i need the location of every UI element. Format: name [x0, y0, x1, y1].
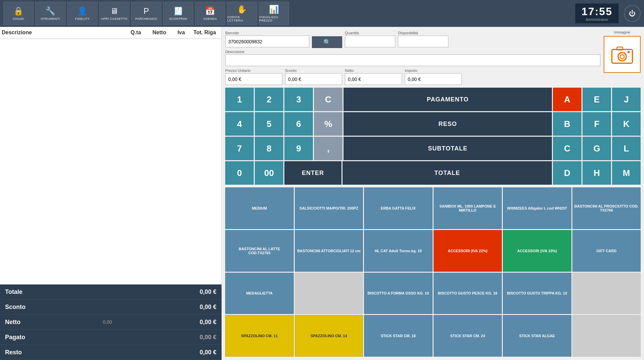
key-9[interactable]: 9	[284, 137, 313, 160]
product-btn-11[interactable]: GIFT CARD	[572, 230, 641, 272]
product-btn-9[interactable]: ACCESSORI (IVA 22%)	[434, 230, 502, 272]
product-btn-21[interactable]: STICK STAR CM. 24	[434, 315, 502, 357]
camera-icon	[610, 43, 634, 66]
toolbar-btn-chiudi[interactable]: 🔒CHIUDI	[3, 2, 34, 25]
key-pagamento[interactable]: PAGAMENTO	[344, 88, 552, 111]
qty-input[interactable]	[345, 36, 395, 47]
key-m[interactable]: M	[612, 161, 641, 185]
barcode-row1: Barcode 🔍 Quantità Disponibilità	[225, 30, 600, 48]
key-f[interactable]: F	[582, 112, 611, 136]
toolbar-btn-fidelity[interactable]: 👤FIDELITY	[67, 2, 97, 25]
key-a[interactable]: A	[553, 88, 581, 111]
toolbar-btn-codice-lotteria[interactable]: ✋CODICE LOTTERIA	[227, 2, 257, 25]
product-btn-6[interactable]: BASTONCINI AL LATTE COD.TX2765	[225, 230, 294, 272]
key-enter[interactable]: ENTER	[284, 161, 341, 185]
product-btn-16[interactable]: BISCOTTO GUSTO TRIPPA KG. 10	[503, 273, 571, 314]
strumenti-label: STRUMENTI	[41, 17, 60, 20]
col-totriga: Tot. Riga	[190, 30, 220, 36]
desc-label: Descrizione	[225, 50, 600, 54]
importo-label: Importo	[405, 69, 462, 73]
key-c2[interactable]: C	[553, 137, 581, 160]
key-e[interactable]: E	[582, 88, 611, 111]
total-label-1: Sconto	[5, 304, 39, 311]
products-grid: MEDIUMSALSICCIOTTI MA/PO/TRI. 200PZERBA …	[225, 187, 641, 357]
product-btn-17	[572, 273, 641, 314]
product-btn-2[interactable]: ERBA GATTA FELIX	[364, 187, 433, 229]
key-8[interactable]: 8	[255, 137, 283, 160]
product-btn-5[interactable]: BASTONCINI AL PROSCIUTTO COD. TX2766	[572, 187, 641, 229]
prezzo-label: Prezzo Unitario	[225, 69, 282, 73]
key-0[interactable]: 0	[225, 161, 254, 185]
key-d[interactable]: D	[553, 161, 581, 185]
netto-input[interactable]	[345, 73, 402, 85]
key-g[interactable]: G	[582, 137, 611, 160]
total-label-2: Netto	[5, 319, 39, 326]
product-btn-3[interactable]: SANIBOX ML. 1000 LAMPONE E MIRTILLO	[434, 187, 502, 229]
product-btn-1[interactable]: SALSICCIOTTI MA/PO/TRI. 200PZ	[295, 187, 363, 229]
key-6[interactable]: 6	[284, 112, 313, 136]
desc-input[interactable]	[225, 54, 600, 66]
product-btn-19[interactable]: SPAZZOLINO CM. 14	[295, 315, 363, 357]
svg-point-4	[628, 51, 630, 53]
prezzo-field-group: Prezzo Unitario	[225, 69, 282, 85]
product-btn-14[interactable]: BISCOTTO A FORMA OSSO KG. 10	[364, 273, 433, 314]
agenda-label: AGENDA	[203, 17, 217, 20]
netto-label: Netto	[345, 69, 402, 73]
key-7[interactable]: 7	[225, 137, 254, 160]
key-c[interactable]: C	[314, 88, 343, 111]
product-btn-22[interactable]: STICK STAR ALGAE	[503, 315, 571, 357]
key-totale[interactable]: TOTALE	[343, 161, 552, 185]
product-btn-8[interactable]: HL CAT Adult Tonno kg. 10	[364, 230, 433, 272]
toolbar-btn-strumenti[interactable]: 🔧STRUMENTI	[35, 2, 66, 25]
scontrini-icon: 🧾	[173, 6, 183, 16]
camera-area[interactable]	[604, 36, 641, 73]
barcode-input[interactable]	[225, 36, 309, 47]
totals-section: Totale 0,00 € Sconto 0,00 € Netto 0,00 0…	[0, 284, 222, 360]
key-1[interactable]: 1	[225, 88, 254, 111]
sconto-input[interactable]	[285, 73, 342, 85]
visualizza-prezzo-label: VISUALIZZA PREZZO	[259, 15, 289, 22]
power-button[interactable]: ⏻	[624, 5, 641, 22]
barcode-label: Barcode	[225, 31, 309, 35]
disp-input[interactable]	[398, 36, 448, 47]
product-btn-4[interactable]: WHIMZEES Alligator L cod WH207	[503, 187, 571, 229]
total-label-4: Resto	[5, 349, 39, 356]
toolbar: 🔒CHIUDI🔧STRUMENTI👤FIDELITY🖥APRI CASSETTO…	[0, 0, 644, 27]
key-3[interactable]: 3	[284, 88, 313, 111]
product-btn-0[interactable]: MEDIUM	[225, 187, 294, 229]
importo-input[interactable]	[405, 73, 462, 85]
key-5[interactable]: 5	[255, 112, 283, 136]
product-btn-15[interactable]: BISCOTTO GUSTO PESCE KG. 10	[434, 273, 502, 314]
toolbar-btn-parcheggio[interactable]: PPARCHEGGIO	[131, 2, 161, 25]
fidelity-label: FIDELITY	[75, 17, 90, 20]
barcode-scan-button[interactable]: 🔍	[312, 36, 342, 48]
toolbar-btn-agenda[interactable]: 📅AGENDA	[195, 2, 225, 25]
toolbar-btn-apri-cassetto[interactable]: 🖥APRI CASSETTO	[99, 2, 129, 25]
key-00[interactable]: 00	[255, 161, 283, 185]
toolbar-btn-scontrini[interactable]: 🧾SCONTRINI	[163, 2, 193, 25]
qty-field-group: Quantità	[345, 31, 395, 47]
product-btn-13	[295, 273, 363, 314]
product-btn-20[interactable]: STICK STAR CM. 18	[364, 315, 433, 357]
key-j[interactable]: J	[612, 88, 641, 111]
key-subtotale[interactable]: SUBTOTALE	[344, 137, 552, 160]
toolbar-btn-visualizza-prezzo[interactable]: 📊VISUALIZZA PREZZO	[259, 2, 289, 25]
product-btn-10[interactable]: ACCESSORI (IVA 10%)	[503, 230, 571, 272]
key-2[interactable]: 2	[255, 88, 283, 111]
product-btn-7[interactable]: BASTONCINI ATTORCIGLIATI 12 cm	[295, 230, 363, 272]
key-k[interactable]: K	[612, 112, 641, 136]
total-row-netto: Netto 0,00 0,00 €	[0, 315, 222, 330]
key-h[interactable]: H	[582, 161, 611, 185]
product-btn-12[interactable]: MEDAGLIETTA	[225, 273, 294, 314]
key-l[interactable]: L	[612, 137, 641, 160]
prezzo-input[interactable]	[225, 73, 282, 85]
barcode-fields: Barcode 🔍 Quantità Disponibilità Descriz…	[225, 30, 600, 85]
key-percent[interactable]: %	[314, 112, 343, 136]
parcheggio-icon: P	[144, 6, 149, 16]
product-btn-18[interactable]: SPAZZOLINO CM. 11	[225, 315, 294, 357]
codice-lotteria-icon: ✋	[237, 5, 247, 14]
key-reso[interactable]: RESO	[344, 112, 552, 136]
key-comma[interactable]: ,	[314, 137, 343, 160]
key-b[interactable]: B	[553, 112, 581, 136]
key-4[interactable]: 4	[225, 112, 254, 136]
